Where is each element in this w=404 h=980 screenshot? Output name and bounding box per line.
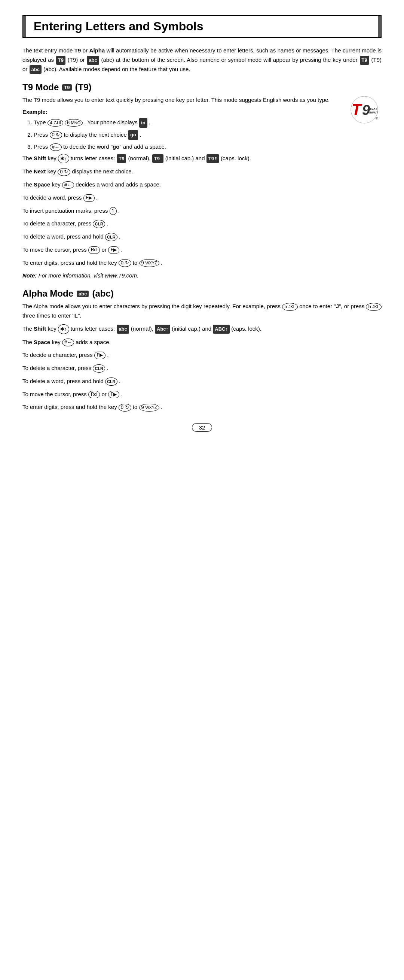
page-footer: 32 <box>22 423 382 432</box>
svg-text:INPUT: INPUT <box>369 111 378 114</box>
ex3-text2: to decide the word "go" and add a space. <box>63 143 166 150</box>
header-left-bar <box>23 16 26 37</box>
t9-punct-text2: . <box>118 207 120 214</box>
alpha-digits-text3: . <box>161 404 162 410</box>
example-item-2: Press 0 ↻ to display the next choice go … <box>34 130 382 140</box>
key-5jkl-1: 5 JKL <box>282 303 298 311</box>
t9-del-word-text2: . <box>119 233 120 240</box>
alpha-shift-text2: turns letter cases: <box>71 325 117 332</box>
t9-digits-text2: to <box>133 259 139 266</box>
t9-shift-text5: (caps. lock). <box>221 155 251 161</box>
alpha-del-char-text2: . <box>107 365 108 371</box>
t9-note: Note: For more information, visit www.T9… <box>22 271 382 280</box>
key-f-alpha-decide: F▶ <box>94 352 106 359</box>
t9-del-word-text1: To delete a word, press and hold <box>22 233 105 240</box>
alpha-digits-text2: to <box>133 404 139 410</box>
t9-decide-text1: To decide a word, press <box>22 194 83 201</box>
ex2-text2: to display the next choice <box>64 132 129 138</box>
t9-space-text1: The Space key <box>22 181 62 188</box>
t9-next-text1: The Next key <box>22 168 58 175</box>
page-number-text: 32 <box>199 424 205 431</box>
note-text: For more information, visit www.T9.com. <box>38 272 139 278</box>
t9-shift-text1: The Shift key <box>22 155 58 161</box>
example-item-3: Press #← to decide the word "go" and add… <box>34 142 382 153</box>
alpha-desc-text3: three times to enter "L". <box>22 312 81 319</box>
alpha-space-info: The Space key #← adds a space. <box>22 338 382 347</box>
note-label: Note: <box>22 272 36 278</box>
t9-punctuation: To insert punctuation marks, press 1 . <box>22 206 382 216</box>
alpha-digits-text1: To enter digits, press and hold the key <box>22 404 119 410</box>
t9-logo: T 9 TEXT INPUT ® <box>348 95 382 126</box>
key-9wxyz: 9 WXYZ <box>139 259 159 267</box>
ex2-text1: Press <box>34 132 50 138</box>
t9-mode-badge: T9 <box>62 84 71 91</box>
t9-move-text3: . <box>121 247 122 253</box>
key-f-move: F▶ <box>108 247 119 254</box>
alpha-decide-text2: . <box>107 352 108 358</box>
key-f-alpha-move: F▶ <box>108 391 119 398</box>
t9-space-info: The Space key #← decides a word and adds… <box>22 180 382 189</box>
key-hash-space2: #← <box>62 181 74 189</box>
svg-text:T: T <box>352 101 363 118</box>
key-shift-star: ✱↑ <box>58 154 69 163</box>
alpha-title-suffix: (abc) <box>92 288 113 299</box>
key-clr-char: CLR <box>93 220 105 228</box>
alpha-shift-info: The Shift key ✱↑ turns letter cases: abc… <box>22 324 382 334</box>
t9-punct-text1: To insert punctuation marks, press <box>22 207 109 214</box>
abc-badge-inline2: abc <box>30 65 41 74</box>
ex2-text3: . <box>139 132 141 138</box>
alpha-del-word-text2: . <box>119 378 120 384</box>
t9-description: The T9 mode allows you to enter text qui… <box>22 95 382 105</box>
abc-caplock-badge: ABC↑ <box>213 325 230 333</box>
ex1-text3: . <box>149 119 151 126</box>
alpha-space-text1: The Space key <box>22 339 62 345</box>
alpha-del-char-text1: To delete a character, press <box>22 365 93 371</box>
alpha-shift-text3: (normal), <box>131 325 155 332</box>
ex3-text1: Press <box>34 143 50 150</box>
t9-normal-badge: T9 <box>117 154 126 163</box>
header-right-bar <box>378 16 381 37</box>
key-rcl: Rcl <box>88 247 100 254</box>
ex1-text2: . Your phone displays <box>84 119 139 126</box>
t9-delete-word: To delete a word, press and hold CLR . <box>22 232 382 242</box>
t9-badge-inline2: T9 <box>360 56 369 64</box>
t9-initcap-badge: T9↑ <box>152 154 164 163</box>
alpha-shift-text5: (caps. lock). <box>231 325 261 332</box>
key-shift-star-alpha: ✱↑ <box>58 324 69 334</box>
t9-decide-text2: . <box>96 194 98 201</box>
alpha-move-text1: To move the cursor, press <box>22 391 88 397</box>
t9-move-cursor: To move the cursor, press Rcl or F▶ . <box>22 245 382 255</box>
t9-caplock-badge: T9⬆ <box>206 154 219 163</box>
t9-desc-text: The T9 mode allows you to enter text qui… <box>22 97 330 103</box>
page-title: Entering Letters and Symbols <box>26 16 378 37</box>
alpha-move-text2: or <box>101 391 108 397</box>
svg-text:TEXT: TEXT <box>369 107 377 110</box>
key-clr-alpha-word: CLR <box>105 377 117 386</box>
abc-badge-inline: abc <box>87 56 99 64</box>
key-hash-space: #← <box>50 143 62 151</box>
alpha-delete-word: To delete a word, press and hold CLR . <box>22 377 382 386</box>
alpha-enter-digits: To enter digits, press and hold the key … <box>22 402 382 412</box>
key-clr-alpha-char: CLR <box>93 364 105 372</box>
intro-text-5: (abc). Available modes depend on the fea… <box>43 66 190 72</box>
key-f-decide: F▶ <box>83 194 95 202</box>
alpha-space-text2: adds a space. <box>76 339 110 345</box>
abc-normal-badge: abc <box>117 325 129 333</box>
t9-title-text: T9 Mode <box>22 82 59 92</box>
svg-text:®: ® <box>375 116 378 120</box>
badge-in: in <box>139 118 147 128</box>
t9-shift-text3: (normal), <box>128 155 152 161</box>
alpha-section-title: Alpha Mode abc (abc) <box>22 288 382 299</box>
alpha-desc-text1: The Alpha mode allows you to enter chara… <box>22 303 282 309</box>
t9-next-text2: displays the next choice. <box>72 168 133 175</box>
key-clr-word: CLR <box>105 233 117 241</box>
svg-text:9: 9 <box>362 102 370 118</box>
example-list: Type 4 GHI 6 MNO . Your phone displays i… <box>22 117 382 153</box>
alpha-shift-text1: The Shift key <box>22 325 58 332</box>
t9-del-char-text1: To delete a character, press <box>22 220 93 227</box>
t9-badge-inline: T9 <box>56 56 65 64</box>
alpha-desc-text2: once to enter "J", or press <box>299 303 366 309</box>
key-1-punct: 1 <box>109 207 117 215</box>
t9-move-text2: or <box>101 247 108 253</box>
t9-section-title: T9 Mode T9 (T9) <box>22 82 382 92</box>
